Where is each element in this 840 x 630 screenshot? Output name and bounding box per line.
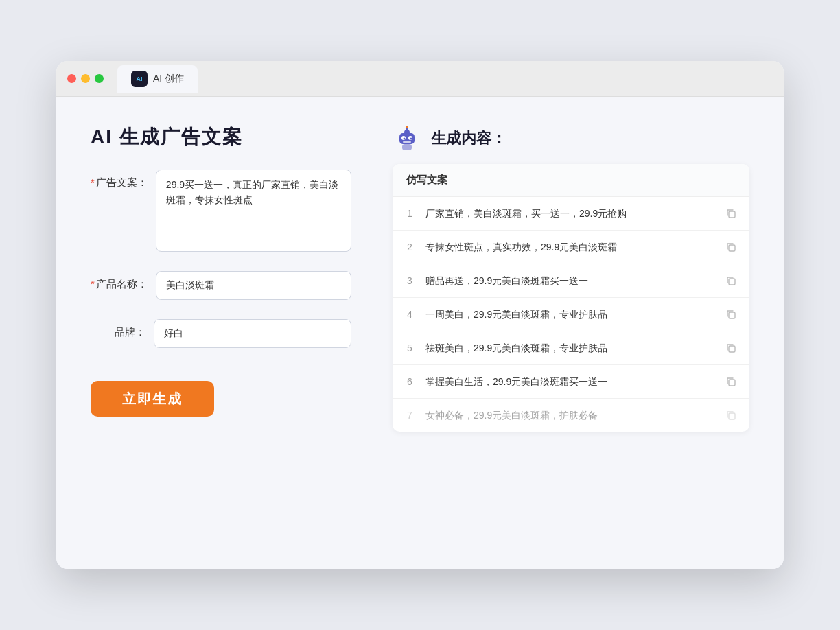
row-text: 赠品再送，29.9元美白淡斑霜买一送一 bbox=[425, 274, 714, 288]
copy-icon[interactable] bbox=[723, 340, 738, 355]
right-panel: 生成内容： 仿写文案 1 厂家直销，美白淡斑霜，买一送一，29.9元抢购 2 专… bbox=[393, 124, 749, 541]
row-number: 6 bbox=[404, 376, 416, 387]
row-number: 4 bbox=[404, 309, 416, 320]
product-name-input[interactable] bbox=[156, 271, 351, 300]
title-bar: AI 创作 bbox=[56, 61, 784, 97]
table-row: 5 祛斑美白，29.9元美白淡斑霜，专业护肤品 bbox=[393, 331, 749, 365]
table-row: 1 厂家直销，美白淡斑霜，买一送一，29.9元抢购 bbox=[393, 197, 749, 231]
copy-icon[interactable] bbox=[723, 374, 738, 389]
brand-group: 品牌： bbox=[91, 319, 351, 348]
copy-icon[interactable] bbox=[723, 273, 738, 288]
row-text: 女神必备，29.9元美白淡斑霜，护肤必备 bbox=[425, 408, 714, 423]
tab-label: AI 创作 bbox=[153, 73, 184, 85]
row-number: 5 bbox=[404, 342, 416, 353]
svg-rect-14 bbox=[729, 346, 735, 352]
product-name-group: *产品名称： bbox=[91, 271, 351, 300]
required-star-product: * bbox=[91, 278, 95, 290]
table-row: 3 赠品再送，29.9元美白淡斑霜买一送一 bbox=[393, 264, 749, 298]
row-number: 3 bbox=[404, 275, 416, 286]
table-row: 4 一周美白，29.9元美白淡斑霜，专业护肤品 bbox=[393, 298, 749, 331]
svg-rect-13 bbox=[729, 312, 735, 318]
results-list: 1 厂家直销，美白淡斑霜，买一送一，29.9元抢购 2 专抹女性斑点，真实功效，… bbox=[393, 197, 749, 432]
row-number: 7 bbox=[404, 410, 416, 421]
results-table: 仿写文案 1 厂家直销，美白淡斑霜，买一送一，29.9元抢购 2 专抹女性斑点，… bbox=[393, 164, 749, 432]
svg-rect-9 bbox=[402, 144, 412, 150]
svg-rect-8 bbox=[403, 141, 411, 143]
left-panel: AI 生成广告文案 *广告文案： 29.9买一送一，真正的厂家直销，美白淡斑霜，… bbox=[91, 124, 351, 541]
row-text: 一周美白，29.9元美白淡斑霜，专业护肤品 bbox=[425, 307, 714, 322]
copy-icon[interactable] bbox=[723, 206, 738, 221]
content-area: AI 生成广告文案 *广告文案： 29.9买一送一，真正的厂家直销，美白淡斑霜，… bbox=[56, 97, 784, 569]
table-row: 7 女神必备，29.9元美白淡斑霜，护肤必备 bbox=[393, 399, 749, 432]
svg-rect-11 bbox=[729, 245, 735, 251]
product-name-label: *产品名称： bbox=[91, 271, 148, 291]
robot-icon bbox=[393, 124, 421, 153]
copy-icon[interactable] bbox=[723, 307, 738, 322]
table-row: 2 专抹女性斑点，真实功效，29.9元美白淡斑霜 bbox=[393, 231, 749, 264]
browser-window: AI 创作 AI 生成广告文案 *广告文案： 29.9买一送一，真正的厂家直销，… bbox=[56, 61, 784, 569]
svg-point-2 bbox=[406, 126, 408, 128]
svg-rect-16 bbox=[729, 413, 735, 419]
row-number: 2 bbox=[404, 242, 416, 253]
copy-icon[interactable] bbox=[723, 240, 738, 255]
minimize-button[interactable] bbox=[81, 74, 90, 83]
generate-button[interactable]: 立即生成 bbox=[91, 381, 214, 417]
ai-logo-icon bbox=[131, 71, 148, 87]
svg-rect-15 bbox=[729, 380, 735, 386]
ai-tab[interactable]: AI 创作 bbox=[117, 65, 198, 93]
maximize-button[interactable] bbox=[95, 74, 104, 83]
row-number: 1 bbox=[404, 208, 416, 219]
brand-label: 品牌： bbox=[91, 319, 145, 339]
required-star-ad: * bbox=[91, 176, 95, 188]
svg-rect-10 bbox=[729, 211, 735, 218]
table-row: 6 掌握美白生活，29.9元美白淡斑霜买一送一 bbox=[393, 365, 749, 399]
page-title: AI 生成广告文案 bbox=[91, 124, 351, 150]
ad-copy-input[interactable]: 29.9买一送一，真正的厂家直销，美白淡斑霜，专抹女性斑点 bbox=[156, 170, 351, 252]
row-text: 厂家直销，美白淡斑霜，买一送一，29.9元抢购 bbox=[425, 207, 714, 221]
copy-icon[interactable] bbox=[723, 408, 738, 423]
brand-input[interactable] bbox=[154, 319, 351, 348]
row-text: 祛斑美白，29.9元美白淡斑霜，专业护肤品 bbox=[425, 341, 714, 355]
traffic-lights bbox=[67, 74, 104, 83]
table-header: 仿写文案 bbox=[393, 164, 749, 197]
row-text: 掌握美白生活，29.9元美白淡斑霜买一送一 bbox=[425, 375, 714, 389]
row-text: 专抹女性斑点，真实功效，29.9元美白淡斑霜 bbox=[425, 240, 714, 255]
ad-copy-label: *广告文案： bbox=[91, 170, 148, 189]
right-header: 生成内容： bbox=[393, 124, 749, 153]
svg-rect-12 bbox=[729, 279, 735, 285]
close-button[interactable] bbox=[67, 74, 76, 83]
ad-copy-group: *广告文案： 29.9买一送一，真正的厂家直销，美白淡斑霜，专抹女性斑点 bbox=[91, 170, 351, 252]
svg-point-6 bbox=[404, 138, 406, 140]
svg-point-7 bbox=[410, 138, 412, 140]
right-panel-title: 生成内容： bbox=[431, 128, 506, 149]
